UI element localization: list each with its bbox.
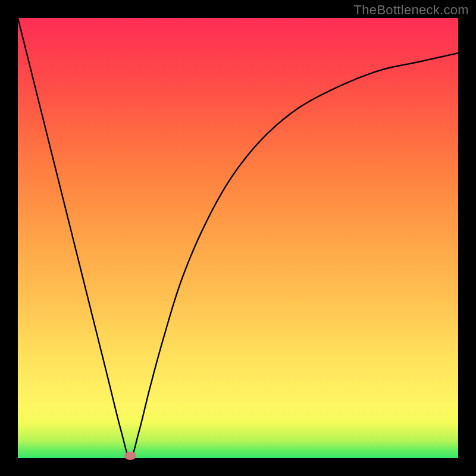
chart-frame: TheBottleneck.com <box>0 0 476 476</box>
curve-layer <box>18 18 458 458</box>
minimum-marker <box>124 452 136 460</box>
bottleneck-curve <box>18 18 458 458</box>
plot-area <box>18 18 458 458</box>
watermark-text: TheBottleneck.com <box>354 2 469 18</box>
